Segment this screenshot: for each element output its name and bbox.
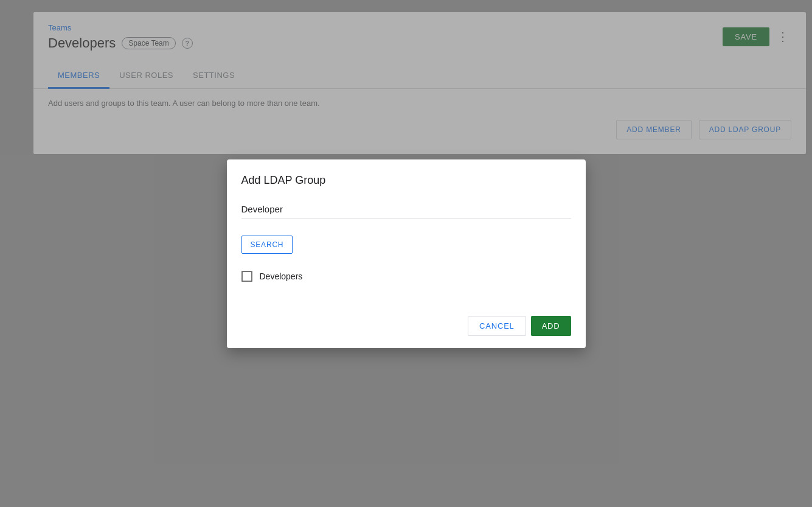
ldap-result-row: Developers bbox=[241, 271, 571, 282]
search-button[interactable]: SEARCH bbox=[241, 236, 293, 254]
modal-overlay: Add LDAP Group SEARCH Developers CANCEL … bbox=[0, 0, 812, 507]
ldap-search-input[interactable] bbox=[241, 201, 571, 219]
dialog-actions: CANCEL ADD bbox=[241, 311, 571, 336]
add-button[interactable]: ADD bbox=[531, 316, 571, 336]
developers-label: Developers bbox=[260, 271, 303, 281]
cancel-button[interactable]: CANCEL bbox=[468, 316, 526, 336]
developers-checkbox[interactable] bbox=[241, 271, 252, 282]
add-ldap-group-dialog: Add LDAP Group SEARCH Developers CANCEL … bbox=[227, 159, 586, 348]
dialog-input-group bbox=[241, 201, 571, 219]
dialog-title: Add LDAP Group bbox=[241, 174, 571, 187]
